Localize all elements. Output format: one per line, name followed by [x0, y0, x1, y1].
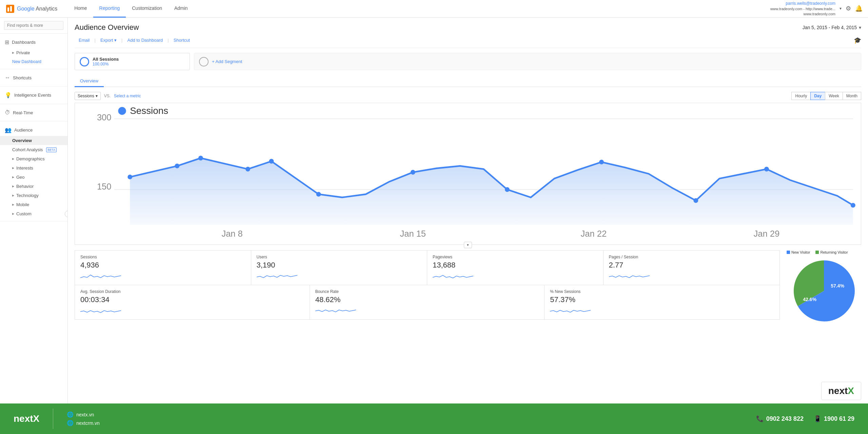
footer-phone1-number: 0902 243 822: [766, 415, 804, 422]
sidebar-subitem-geo[interactable]: ▶ Geo: [0, 173, 67, 182]
time-btn-hourly[interactable]: Hourly: [791, 92, 810, 100]
footer-right: 📞 0902 243 822 📱 1900 61 29: [756, 415, 854, 422]
footer-divider: [53, 409, 53, 429]
sidebar-shortcuts-label: Shortcuts: [13, 75, 32, 80]
returning-visitor-dot: [815, 251, 819, 254]
sidebar-dashboards-label: Dashboards: [12, 40, 36, 45]
segment-name: All Sessions: [93, 57, 119, 62]
nav-right: parris.wells@tradeonly.com www.tradeonly…: [770, 1, 863, 17]
account-site-line1: www.tradeonly.com - http://www.trade...: [770, 6, 835, 12]
separator: |: [95, 38, 96, 43]
sidebar-section-dashboards: ⊞ Dashboards ▶ Private New Dashboard: [0, 34, 67, 69]
interests-label: Interests: [16, 165, 33, 171]
sidebar-subitem-behavior[interactable]: ▶ Behavior: [0, 182, 67, 191]
realtime-icon: ⏱: [5, 110, 10, 116]
sidebar-realtime-label: Real-Time: [13, 110, 33, 115]
custom-label: Custom: [16, 211, 32, 216]
time-btn-month[interactable]: Month: [843, 92, 861, 100]
new-dashboard-label: New Dashboard: [12, 59, 41, 64]
account-site-line2: www.tradeonly.com: [770, 12, 835, 17]
separator: |: [121, 38, 122, 43]
account-info: parris.wells@tradeonly.com www.tradeonly…: [770, 1, 835, 17]
tab-overview[interactable]: Overview: [75, 76, 104, 87]
email-button[interactable]: Email: [75, 36, 94, 44]
account-email: parris.wells@tradeonly.com: [770, 1, 835, 6]
footer: nextX 🌐 nextx.vn 🌐 nextcrm.vn 📞 0902 243…: [0, 403, 868, 434]
add-segment-box[interactable]: + Add Segment: [194, 53, 861, 70]
sidebar-subitem-demographics[interactable]: ▶ Demographics: [0, 154, 67, 163]
sidebar-intelligence-label: Intelligence Events: [14, 93, 51, 98]
sidebar: ◂ ⊞ Dashboards ▶ Private New Dashboard ↔…: [0, 18, 68, 403]
date-range-picker[interactable]: Jan 5, 2015 - Feb 4, 2015 ▾: [803, 25, 861, 30]
stat-bounce-label: Bounce Rate: [315, 289, 539, 294]
stat-avg-session-label: Avg. Session Duration: [80, 289, 304, 294]
sidebar-subitem-private[interactable]: ▶ Private: [0, 48, 67, 57]
phone1-icon: 📞: [756, 415, 764, 422]
sidebar-section-realtime: ⏱ Real-Time: [0, 104, 67, 121]
sessions-legend-dot: [118, 107, 126, 115]
new-visitor-dot: [787, 251, 790, 254]
chart-point: [198, 156, 203, 160]
svg-text:300: 300: [97, 113, 112, 122]
returning-pct-label: 42.6%: [803, 297, 816, 302]
metric-arrow-icon: ▾: [96, 94, 98, 98]
footer-link-nextx[interactable]: 🌐 nextx.vn: [67, 411, 99, 418]
shortcut-button[interactable]: Shortcut: [170, 36, 194, 44]
stat-avg-session-value: 00:03:34: [80, 295, 304, 304]
sidebar-subitem-overview[interactable]: Overview: [0, 136, 67, 145]
pie-chart-svg: 42.6% 57.4%: [790, 257, 858, 325]
stat-bounce: Bounce Rate 48.62%: [310, 285, 545, 319]
footer-phone2-number: 1900 61 29: [824, 415, 854, 422]
audience-icon: 👥: [5, 127, 12, 133]
stat-sessions-label: Sessions: [80, 255, 245, 259]
legend-new-visitor: New Visitor: [787, 250, 810, 254]
footer-link-nextcrm[interactable]: 🌐 nextcrm.vn: [67, 420, 99, 426]
nav-reporting[interactable]: Reporting: [93, 0, 126, 18]
top-nav: Google Analytics Home Reporting Customiz…: [0, 0, 868, 18]
legend-returning-visitor: Returning Visitor: [815, 250, 848, 254]
search-input[interactable]: [4, 21, 63, 30]
triangle-icon: ▶: [12, 51, 14, 54]
sidebar-subitem-mobile[interactable]: ▶ Mobile: [0, 200, 67, 209]
sidebar-item-realtime[interactable]: ⏱ Real-Time: [0, 107, 67, 118]
behavior-label: Behavior: [16, 184, 34, 189]
sidebar-subitem-custom[interactable]: ▶ Custom: [0, 209, 67, 218]
export-button[interactable]: Export ▾: [96, 36, 121, 44]
sidebar-item-audience[interactable]: 👥 Audience: [0, 124, 67, 136]
sidebar-subitem-technology[interactable]: ▶ Technology: [0, 191, 67, 200]
notifications-icon[interactable]: 🔔: [855, 5, 863, 12]
chart-svg: 300 150: [75, 103, 861, 245]
sidebar-item-dashboards[interactable]: ⊞ Dashboards: [0, 36, 67, 48]
sidebar-new-dashboard[interactable]: New Dashboard: [0, 57, 67, 66]
footer-phone1: 📞 0902 243 822: [756, 415, 804, 422]
main-nav: Home Reporting Customization Admin: [68, 0, 770, 18]
sidebar-item-shortcuts[interactable]: ↔ Shortcuts: [0, 72, 67, 83]
separator: |: [167, 38, 169, 43]
vs-label: VS.: [104, 94, 111, 98]
logo-area: Google Analytics: [5, 4, 57, 14]
nav-home[interactable]: Home: [68, 0, 93, 18]
settings-icon[interactable]: ⚙: [846, 5, 851, 12]
footer-phone2: 📱 1900 61 29: [814, 415, 854, 422]
time-btn-week[interactable]: Week: [825, 92, 842, 100]
sidebar-subitem-cohort[interactable]: Cohort Analysis BETA: [0, 145, 67, 154]
stat-pages-session-sparkline: [609, 272, 650, 280]
chart-point: [411, 170, 415, 175]
chart-expand-button[interactable]: ▾: [464, 242, 472, 248]
toolbar: Email | Export ▾ | Add to Dashboard | Sh…: [75, 36, 861, 48]
time-btn-day[interactable]: Day: [810, 92, 825, 100]
stat-avg-session: Avg. Session Duration 00:03:34: [75, 285, 310, 319]
metric-selector[interactable]: Sessions ▾: [75, 92, 101, 100]
chart-point: [269, 159, 274, 164]
nav-customization[interactable]: Customization: [126, 0, 168, 18]
account-dropdown-icon[interactable]: ▾: [840, 6, 842, 11]
add-segment-circle-icon: [199, 57, 209, 66]
help-icon[interactable]: 🎓: [854, 37, 861, 44]
sidebar-subitem-interests[interactable]: ▶ Interests: [0, 163, 67, 173]
sidebar-item-intelligence[interactable]: 💡 Intelligence Events: [0, 89, 67, 101]
stat-bounce-value: 48.62%: [315, 295, 539, 304]
add-to-dashboard-button[interactable]: Add to Dashboard: [123, 36, 167, 44]
select-metric-link[interactable]: Select a metric: [114, 94, 141, 98]
chart-point: [127, 175, 132, 179]
nav-admin[interactable]: Admin: [168, 0, 194, 18]
